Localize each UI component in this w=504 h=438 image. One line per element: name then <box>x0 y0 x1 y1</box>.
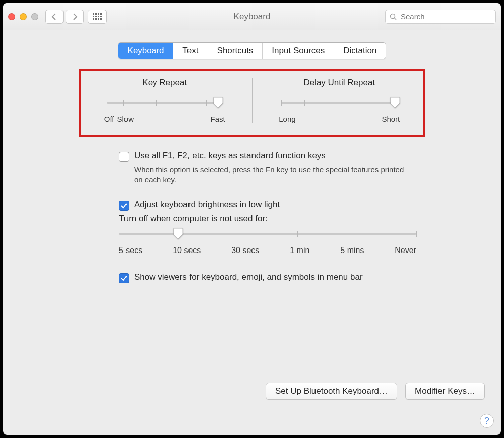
svg-rect-9 <box>95 18 97 20</box>
delay-long-label: Long <box>279 115 295 123</box>
svg-rect-1 <box>95 13 97 15</box>
show-all-button[interactable] <box>88 10 107 24</box>
svg-rect-0 <box>93 13 94 15</box>
backlight-label-3: 1 min <box>290 246 309 255</box>
grid-icon <box>93 13 102 20</box>
tab-text[interactable]: Text <box>173 43 208 59</box>
svg-line-13 <box>395 18 397 20</box>
modifier-keys-button[interactable]: Modifier Keys… <box>405 383 485 400</box>
tabs: Keyboard Text Shortcuts Input Sources Di… <box>3 42 501 59</box>
svg-rect-3 <box>100 13 102 15</box>
delay-repeat-section: Delay Until Repeat Long Short <box>253 78 412 123</box>
svg-rect-6 <box>98 16 99 17</box>
backlight-label-0: 5 secs <box>119 246 142 255</box>
delay-short-label: Short <box>382 115 400 123</box>
fnkeys-checkbox[interactable] <box>119 152 129 162</box>
backlight-label-1: 10 secs <box>173 246 201 255</box>
tab-dictation[interactable]: Dictation <box>334 43 386 59</box>
delay-repeat-title: Delay Until Repeat <box>303 78 375 88</box>
checkmark-icon <box>120 275 128 282</box>
backlight-label-5: Never <box>395 246 416 255</box>
chevron-left-icon <box>51 13 57 20</box>
backlight-label-4: 5 mins <box>340 246 364 255</box>
showviewers-checkbox[interactable] <box>119 273 129 283</box>
key-repeat-slider[interactable] <box>107 98 223 113</box>
minimize-window[interactable] <box>20 13 27 20</box>
svg-rect-2 <box>98 13 99 15</box>
content-pane: Keyboard Text Shortcuts Input Sources Di… <box>3 30 501 435</box>
backlight-label-2: 30 secs <box>231 246 259 255</box>
checkmark-icon <box>120 202 128 209</box>
svg-rect-10 <box>98 18 99 20</box>
settings-block: Use all F1, F2, etc. keys as standard fu… <box>119 151 405 283</box>
forward-button[interactable] <box>66 10 84 24</box>
buttons-row: Set Up Bluetooth Keyboard… Modifier Keys… <box>266 383 485 400</box>
key-repeat-slow-label: Slow <box>117 115 134 123</box>
help-button[interactable]: ? <box>480 414 494 428</box>
svg-rect-8 <box>93 18 94 20</box>
fnkeys-label: Use all F1, F2, etc. keys as standard fu… <box>134 151 326 161</box>
key-repeat-section: Key Repeat Off Slow Fast <box>93 78 253 123</box>
search-field[interactable] <box>385 10 496 24</box>
tab-keyboard[interactable]: Keyboard <box>118 43 174 59</box>
svg-rect-7 <box>100 16 102 17</box>
search-input[interactable] <box>400 12 491 21</box>
preferences-window: Keyboard Keyboard Text Shortcuts Input S… <box>3 3 501 435</box>
key-repeat-title: Key Repeat <box>142 78 187 88</box>
nav-buttons <box>45 10 84 24</box>
delay-repeat-slider[interactable] <box>281 98 397 113</box>
key-repeat-fast-label: Fast <box>211 115 225 123</box>
brightness-checkbox[interactable] <box>119 201 129 211</box>
svg-rect-5 <box>95 16 97 17</box>
showviewers-label: Show viewers for keyboard, emoji, and sy… <box>134 272 363 282</box>
zoom-window[interactable] <box>31 13 38 20</box>
backlight-prompt: Turn off when computer is not used for: <box>119 214 405 224</box>
close-window[interactable] <box>8 13 15 20</box>
titlebar: Keyboard <box>3 3 501 30</box>
search-icon <box>390 13 397 20</box>
svg-point-12 <box>391 14 395 18</box>
svg-rect-4 <box>93 16 94 17</box>
bluetooth-keyboard-button[interactable]: Set Up Bluetooth Keyboard… <box>266 383 397 400</box>
svg-rect-11 <box>100 18 102 20</box>
chevron-right-icon <box>72 13 78 20</box>
tab-shortcuts[interactable]: Shortcuts <box>208 43 263 59</box>
brightness-label: Adjust keyboard brightness in low light <box>134 200 280 210</box>
backlight-slider[interactable] <box>119 229 416 243</box>
tab-input-sources[interactable]: Input Sources <box>263 43 334 59</box>
highlight-box: Key Repeat Off Slow Fast Delay <box>79 69 425 137</box>
back-button[interactable] <box>45 10 64 24</box>
traffic-lights <box>8 13 38 20</box>
key-repeat-off-label: Off <box>104 115 114 123</box>
backlight-slider-container: 5 secs 10 secs 30 secs 1 min 5 mins Neve… <box>119 229 416 255</box>
fnkeys-help: When this option is selected, press the … <box>134 165 405 185</box>
